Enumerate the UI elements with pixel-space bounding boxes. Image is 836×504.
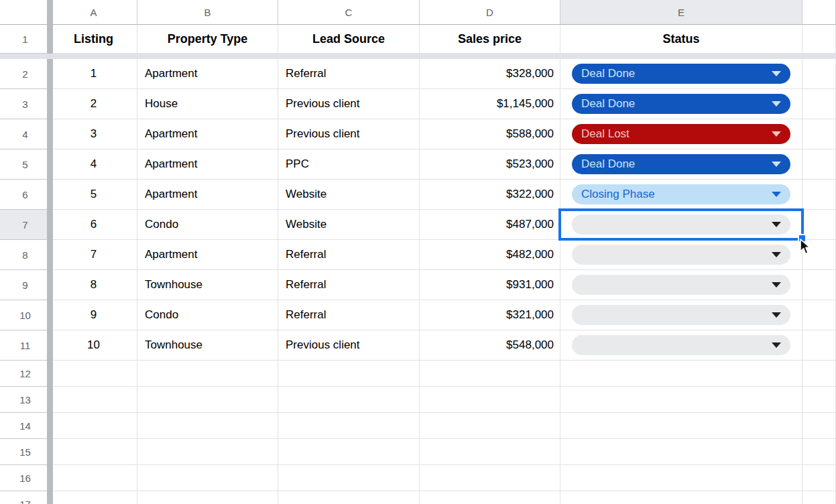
row-header-15[interactable]: 15	[0, 439, 50, 465]
cell-D8[interactable]: $482,000	[420, 240, 560, 270]
cell-C11[interactable]: Previous client	[278, 330, 420, 361]
cell-F15[interactable]	[802, 439, 836, 465]
cell-D15[interactable]	[420, 439, 560, 465]
cell-B8[interactable]: Apartment	[137, 240, 278, 270]
cell-C10[interactable]: Referral	[278, 300, 420, 330]
cell-E14[interactable]	[560, 413, 802, 439]
cell-F16[interactable]	[802, 465, 836, 491]
cell-D5[interactable]: $523,000	[420, 149, 560, 180]
cell-D1[interactable]: Sales price	[420, 25, 560, 54]
column-header-d[interactable]: D	[420, 0, 560, 25]
cell-B16[interactable]	[137, 465, 278, 491]
cell-B1[interactable]: Property Type	[137, 25, 278, 54]
row-header-17[interactable]: 17	[0, 491, 50, 504]
row-header-3[interactable]: 3	[0, 89, 50, 119]
column-header-c[interactable]: C	[278, 0, 420, 25]
cell-B17[interactable]	[137, 491, 278, 504]
cell-B9[interactable]: Townhouse	[137, 270, 278, 300]
cell-D16[interactable]	[420, 465, 560, 491]
cell-F2[interactable]	[802, 59, 836, 89]
cell-C7[interactable]: Website	[278, 210, 420, 240]
cell-A7[interactable]: 6	[50, 210, 137, 240]
cell-E16[interactable]	[560, 465, 802, 491]
cell-C14[interactable]	[278, 413, 420, 439]
status-dropdown-chip[interactable]: Deal Done	[572, 154, 790, 174]
cell-D7[interactable]: $487,000	[420, 210, 560, 240]
status-dropdown-chip[interactable]	[572, 305, 790, 325]
status-dropdown-chip[interactable]	[572, 214, 790, 235]
status-dropdown-chip[interactable]	[572, 245, 790, 265]
status-dropdown-chip[interactable]: Deal Done	[572, 94, 790, 114]
cell-B11[interactable]: Townhouse	[137, 330, 278, 361]
cell-B6[interactable]: Apartment	[137, 180, 278, 210]
cell-A9[interactable]: 8	[50, 270, 137, 300]
cell-F14[interactable]	[802, 413, 836, 439]
column-header-a[interactable]: A	[50, 0, 137, 25]
cell-A11[interactable]: 10	[50, 330, 137, 361]
cell-A15[interactable]	[50, 439, 137, 465]
row-header-12[interactable]: 12	[0, 361, 50, 387]
row-header-13[interactable]: 13	[0, 387, 50, 413]
cell-E7[interactable]	[560, 210, 802, 240]
cell-B7[interactable]: Condo	[137, 210, 278, 240]
cell-A10[interactable]: 9	[50, 300, 137, 330]
cell-D4[interactable]: $588,000	[420, 119, 560, 149]
cell-B13[interactable]	[137, 387, 278, 413]
cell-E9[interactable]	[560, 270, 802, 300]
status-dropdown-chip[interactable]	[572, 335, 790, 355]
cell-E15[interactable]	[560, 439, 802, 465]
cell-A16[interactable]	[50, 465, 137, 491]
cell-C6[interactable]: Website	[278, 180, 420, 210]
row-header-11[interactable]: 11	[0, 330, 50, 361]
cell-F13[interactable]	[802, 387, 836, 413]
row-header-14[interactable]: 14	[0, 413, 50, 439]
cell-A4[interactable]: 3	[50, 119, 137, 149]
row-header-5[interactable]: 5	[0, 149, 50, 180]
cell-C9[interactable]: Referral	[278, 270, 420, 300]
cell-A5[interactable]: 4	[50, 149, 137, 180]
cell-F1[interactable]	[802, 25, 836, 54]
cell-C4[interactable]: Previous client	[278, 119, 420, 149]
cell-E13[interactable]	[560, 387, 802, 413]
cell-A6[interactable]: 5	[50, 180, 137, 210]
cell-D14[interactable]	[420, 413, 560, 439]
status-dropdown-chip[interactable]	[572, 275, 790, 295]
cell-A3[interactable]: 2	[50, 89, 137, 119]
cell-C17[interactable]	[278, 491, 420, 504]
cell-F8[interactable]	[802, 240, 836, 270]
cell-E12[interactable]	[560, 361, 802, 387]
cell-E5[interactable]: Deal Done	[560, 149, 802, 180]
cell-F7[interactable]	[802, 210, 836, 240]
fill-handle[interactable]	[798, 234, 807, 243]
cell-F5[interactable]	[802, 149, 836, 180]
cell-B15[interactable]	[137, 439, 278, 465]
cell-D6[interactable]: $322,000	[420, 180, 560, 210]
cell-E11[interactable]	[560, 330, 802, 361]
cell-A2[interactable]: 1	[50, 59, 137, 89]
cell-E4[interactable]: Deal Lost	[560, 119, 802, 149]
cell-B10[interactable]: Condo	[137, 300, 278, 330]
cell-C12[interactable]	[278, 361, 420, 387]
frozen-column-divider[interactable]	[47, 0, 53, 504]
cell-D2[interactable]: $328,000	[420, 59, 560, 89]
row-header-16[interactable]: 16	[0, 465, 50, 491]
cell-F3[interactable]	[802, 89, 836, 119]
row-header-9[interactable]: 9	[0, 270, 50, 300]
cell-C16[interactable]	[278, 465, 420, 491]
row-header-6[interactable]: 6	[0, 180, 50, 210]
cell-B12[interactable]	[137, 361, 278, 387]
cell-D13[interactable]	[420, 387, 560, 413]
cell-A13[interactable]	[50, 387, 137, 413]
cell-C5[interactable]: PPC	[278, 149, 420, 180]
cell-F6[interactable]	[802, 180, 836, 210]
cell-B5[interactable]: Apartment	[137, 149, 278, 180]
cell-F11[interactable]	[802, 330, 836, 361]
cell-A12[interactable]	[50, 361, 137, 387]
cell-F9[interactable]	[802, 270, 836, 300]
status-dropdown-chip[interactable]: Closing Phase	[572, 184, 790, 204]
cell-C8[interactable]: Referral	[278, 240, 420, 270]
cell-C13[interactable]	[278, 387, 420, 413]
cell-E10[interactable]	[560, 300, 802, 330]
cell-B2[interactable]: Apartment	[137, 59, 278, 89]
cell-C3[interactable]: Previous client	[278, 89, 420, 119]
